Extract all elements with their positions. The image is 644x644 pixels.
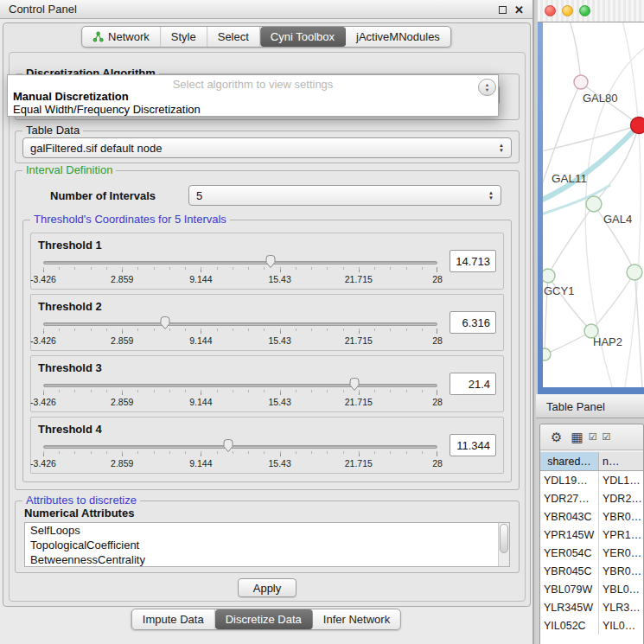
- threshold-value-field[interactable]: 6.316: [450, 311, 496, 334]
- tab-discretize-data[interactable]: Discretize Data: [215, 609, 313, 629]
- table-row[interactable]: YLR345WYLR3…: [540, 598, 643, 616]
- threshold-slider[interactable]: -3.4262.8599.14415.4321.71528: [43, 316, 437, 350]
- cell-name: YBL0…: [599, 580, 643, 598]
- tab-cyni-toolbox[interactable]: Cyni Toolbox: [260, 27, 346, 47]
- threshold-slider[interactable]: -3.4262.8599.14415.4321.71528: [43, 254, 437, 289]
- network-node-selected-red[interactable]: [631, 118, 644, 134]
- table-row[interactable]: YDL19…YDL1…: [540, 471, 643, 489]
- combo-stepper-capsule[interactable]: ▲▼: [478, 79, 496, 96]
- close-traffic-light-icon[interactable]: [545, 5, 556, 16]
- slider-track[interactable]: [43, 384, 437, 387]
- tab-label: Infer Network: [323, 613, 390, 626]
- interval-group-title: Interval Definition: [22, 163, 116, 176]
- tab-select[interactable]: Select: [207, 27, 260, 47]
- slider-track[interactable]: [43, 322, 437, 326]
- num-intervals-combo[interactable]: 5 ▲▼: [188, 185, 501, 206]
- threshold-slider[interactable]: -3.4262.8599.14415.4321.71528: [43, 377, 437, 411]
- popup-hint: Select algorithm to view settings: [8, 78, 498, 91]
- screen: Control Panel ✕ Network Style Select Cy: [0, 0, 644, 644]
- cell-name: YBR0…: [599, 562, 643, 580]
- threshold-coords-title: Threshold's Coordinates for 5 Intervals: [30, 213, 230, 226]
- attributes-group-title: Attributes to discretize: [22, 494, 140, 507]
- tab-jactivemodules[interactable]: jActiveMNodules: [346, 27, 450, 47]
- tab-impute-data[interactable]: Impute Data: [132, 609, 215, 629]
- threshold-value-field[interactable]: 21.4: [450, 373, 496, 395]
- table-rows: YDL19…YDL1… YDR27…YDR2… YBR043CYBR0… YPR…: [540, 471, 643, 644]
- network-node-gcy1[interactable]: [543, 269, 555, 283]
- top-tab-bar: Network Style Select Cyni Toolbox jActiv…: [81, 26, 451, 48]
- threshold-panel-2: Threshold 2 -3.4262.8599.14415.4321.7152…: [30, 294, 504, 351]
- control-panel-window: Control Panel ✕ Network Style Select Cy: [0, 0, 534, 644]
- table-row[interactable]: YBR045CYBR0…: [540, 562, 643, 580]
- tick-labels: -3.4262.8599.14415.4321.71528: [43, 274, 437, 284]
- node-label-gal11: GAL11: [552, 172, 587, 185]
- slider-ticks-minor: [43, 267, 437, 270]
- zoom-traffic-light-icon[interactable]: [579, 5, 590, 16]
- select-none-icon[interactable]: ☑: [603, 432, 611, 442]
- table-row[interactable]: YER054CYER0…: [540, 544, 643, 562]
- threshold-value-field[interactable]: 11.344: [450, 434, 496, 456]
- popup-item-equal-width-frequency[interactable]: Equal Width/Frequency Discretization: [13, 103, 201, 116]
- settings-gear-icon[interactable]: ⚙: [551, 430, 562, 443]
- network-window-titlebar[interactable]: [538, 0, 644, 22]
- table-row[interactable]: YIL052CYIL0…: [540, 616, 643, 634]
- numerical-attributes-heading: Numerical Attributes: [24, 507, 134, 520]
- slider-ticks-minor: [43, 328, 437, 331]
- tab-network[interactable]: Network: [82, 27, 161, 47]
- select-all-icon[interactable]: ☑: [589, 432, 597, 442]
- node-labels: GAL80 GAL11 GAL4 GCY1 HAP2: [544, 92, 632, 348]
- list-scrollbar[interactable]: [498, 523, 509, 566]
- scrollbar-thumb[interactable]: [500, 524, 508, 553]
- list-item[interactable]: BetweennessCentrality: [25, 552, 509, 567]
- threshold-panel-4: Threshold 4 -3.4262.8599.14415.4321.7152…: [30, 417, 504, 474]
- node-label-gal80: GAL80: [583, 92, 617, 105]
- tab-infer-network[interactable]: Infer Network: [313, 609, 400, 629]
- slider-track[interactable]: [43, 445, 437, 449]
- numerical-attributes-list[interactable]: SelfLoops TopologicalCoefficient Between…: [24, 522, 510, 567]
- table-panel-title: Table Panel: [546, 400, 605, 413]
- table-data-combo-value: galFiltered.sif default node: [30, 142, 162, 155]
- popup-item-manual-discretization[interactable]: Manual Discretization: [13, 90, 129, 103]
- window-title: Control Panel: [9, 3, 77, 16]
- table-row[interactable]: YDR27…YDR2…: [540, 489, 643, 507]
- column-header-shared-name[interactable]: shared…: [540, 452, 599, 470]
- table-row[interactable]: YPR145WYPR1…: [540, 526, 643, 544]
- slider-track[interactable]: [43, 261, 437, 265]
- cell-shared-name: YBR045C: [540, 562, 599, 580]
- close-window-icon[interactable]: ✕: [514, 4, 524, 16]
- minimize-traffic-light-icon[interactable]: [562, 5, 573, 16]
- threshold-slider[interactable]: -3.4262.8599.14415.4321.71528: [43, 438, 437, 473]
- right-panel-area: GAL80 GAL11 GAL4 GCY1 HAP2 Table Panel ⚙…: [536, 0, 644, 644]
- column-header-name[interactable]: n…: [599, 452, 643, 470]
- network-canvas[interactable]: GAL80 GAL11 GAL4 GCY1 HAP2: [543, 22, 644, 387]
- network-node-gal80[interactable]: [574, 75, 588, 89]
- column-visibility-icon[interactable]: ▦: [571, 430, 583, 443]
- cell-name: YPR1…: [599, 526, 643, 544]
- combo-arrows-icon: ▲▼: [494, 141, 508, 155]
- threshold-value-field[interactable]: 14.713: [450, 250, 496, 272]
- table-row[interactable]: YBL079WYBL0…: [540, 580, 643, 598]
- cell-shared-name: YBR043C: [540, 507, 599, 526]
- list-item[interactable]: SelfLoops: [25, 523, 509, 538]
- cell-shared-name: YBL079W: [540, 580, 599, 598]
- list-item[interactable]: TopologicalCoefficient: [25, 538, 509, 552]
- slider-thumb[interactable]: [265, 254, 277, 269]
- table-data-group: Table Data galFiltered.sif default node …: [15, 131, 520, 163]
- threshold-panel-3: Threshold 3 -3.4262.8599.14415.4321.7152…: [30, 355, 504, 412]
- slider-thumb[interactable]: [348, 377, 360, 392]
- table-browser-window: ⚙ ▦ ☑ ☑ shared… n… YDL19…YDL1… YDR27…YDR…: [539, 424, 644, 644]
- node-label-gal4: GAL4: [603, 213, 632, 226]
- network-node-gal4[interactable]: [586, 196, 602, 212]
- tab-label: Impute Data: [143, 613, 204, 626]
- slider-thumb[interactable]: [159, 316, 171, 330]
- tab-style[interactable]: Style: [161, 27, 207, 47]
- network-node[interactable]: [627, 265, 642, 280]
- table-row[interactable]: YBR043CYBR0…: [540, 507, 643, 526]
- apply-button[interactable]: Apply: [238, 578, 296, 597]
- table-panel-header: Table Panel: [536, 394, 644, 418]
- float-window-icon[interactable]: [499, 6, 507, 14]
- slider-thumb[interactable]: [222, 438, 234, 453]
- network-node[interactable]: [543, 348, 551, 360]
- node-label-gcy1: GCY1: [544, 284, 574, 297]
- table-data-combo[interactable]: galFiltered.sif default node ▲▼: [22, 137, 512, 158]
